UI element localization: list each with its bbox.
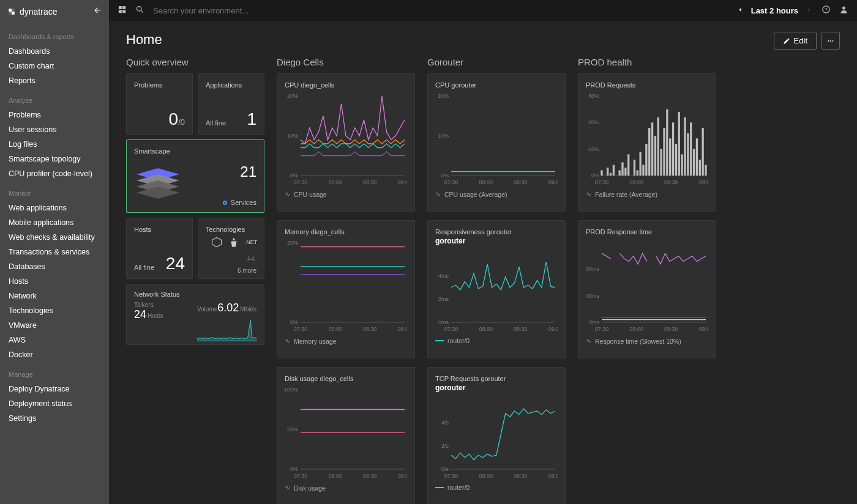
nav-item[interactable]: Databases	[0, 259, 109, 274]
nav-item[interactable]: Network	[0, 289, 109, 303]
time-next-button[interactable]	[806, 5, 813, 16]
tile-problems[interactable]: Problems 0/0	[126, 73, 193, 135]
svg-rect-102	[702, 128, 703, 176]
nav-item[interactable]: Smartscape topology	[0, 152, 109, 166]
more-actions-button[interactable]	[821, 32, 840, 50]
svg-text:?: ?	[825, 7, 827, 12]
svg-rect-94	[678, 112, 680, 176]
svg-text:09:00: 09:00	[699, 326, 708, 332]
svg-rect-71	[610, 173, 612, 176]
time-prev-button[interactable]	[736, 5, 744, 16]
pencil-icon	[783, 37, 790, 45]
tile-hosts[interactable]: Hosts All fine 24	[126, 218, 193, 279]
svg-point-5	[830, 40, 831, 42]
svg-text:20%: 20%	[588, 119, 599, 125]
nav-item[interactable]: Technologies	[0, 303, 109, 318]
tile-network-status[interactable]: Network Status Talkers 24Hosts Volume 6	[126, 284, 264, 345]
collapse-sidebar-button[interactable]	[93, 6, 102, 17]
help-button[interactable]: ?	[821, 5, 831, 17]
tile-prod-response[interactable]: PROD Response time 0ms100ms200ms07:3008:…	[578, 220, 716, 358]
svg-rect-99	[693, 149, 695, 176]
tile-prod-requests[interactable]: PROD Requests 0%10%20%30%07:3008:0008:30…	[578, 73, 716, 212]
chart-title: PROD Response time	[586, 228, 708, 235]
tile-cpu-diego[interactable]: CPU diego_cells 0%10%20%07:3008:0008:300…	[277, 73, 415, 212]
nav-item[interactable]: Docker	[0, 347, 109, 362]
svg-rect-72	[613, 165, 615, 176]
svg-text:20%: 20%	[438, 94, 449, 99]
nav-item[interactable]: VMware	[0, 318, 109, 333]
tile-tcp-gorouter[interactable]: TCP Requests gorouter gorouter 0/s2/s4/s…	[427, 367, 566, 504]
tile-tech-more: 6 more	[206, 267, 256, 274]
svg-text:10%: 10%	[438, 133, 449, 139]
tile-disk-diego[interactable]: Disk usage diego_cells 0%50%100%07:3008:…	[277, 367, 415, 504]
svg-text:07:30: 07:30	[595, 326, 609, 332]
nav-item[interactable]: AWS	[0, 333, 109, 347]
nav-item[interactable]: User sessions	[0, 122, 109, 137]
nav-item[interactable]: Web applications	[0, 201, 109, 215]
line-icon	[285, 190, 290, 198]
svg-point-6	[833, 40, 834, 42]
tile-smartscape-label: Smartscape	[134, 147, 256, 155]
nav-item[interactable]: Log files	[0, 137, 109, 152]
svg-rect-92	[672, 122, 674, 176]
timeframe-selector[interactable]: Last 2 hours	[751, 6, 798, 15]
nav-item[interactable]: CPU profiler (code-level)	[0, 166, 109, 181]
edit-button[interactable]: Edit	[774, 32, 817, 50]
tile-smartscape[interactable]: Smartscape 21 Services	[126, 139, 264, 213]
svg-text:09:00: 09:00	[398, 179, 407, 185]
chart-title: CPU gorouter	[435, 81, 558, 89]
nav-item[interactable]: Web checks & availability	[0, 230, 109, 245]
grid-menu-button[interactable]	[118, 5, 127, 17]
svg-rect-89	[663, 128, 665, 176]
svg-text:30%: 30%	[588, 94, 599, 99]
svg-text:08:00: 08:00	[328, 473, 342, 479]
svg-text:07:30: 07:30	[294, 326, 308, 332]
svg-text:07:30: 07:30	[294, 179, 308, 185]
tile-applications[interactable]: Applications All fine 1	[198, 73, 264, 135]
svg-text:4/s: 4/s	[441, 420, 449, 426]
svg-text:08:00: 08:00	[629, 326, 643, 332]
svg-text:09:00: 09:00	[548, 179, 558, 185]
legend-swatch	[435, 487, 444, 488]
tile-technologies[interactable]: Technologies .NET 6 more	[198, 218, 264, 279]
svg-text:08:00: 08:00	[629, 179, 643, 185]
nav-item[interactable]: Dashboards	[0, 44, 109, 59]
user-menu-button[interactable]	[839, 5, 848, 17]
svg-text:100%: 100%	[285, 387, 298, 393]
search-input[interactable]	[153, 6, 337, 15]
svg-rect-74	[618, 170, 620, 176]
svg-text:08:00: 08:00	[479, 326, 493, 332]
help-icon: ?	[821, 5, 831, 14]
nav-item[interactable]: Hosts	[0, 274, 109, 289]
tile-tech-label: Technologies	[206, 226, 256, 233]
nav-item[interactable]: Deployment status	[0, 396, 109, 411]
brand[interactable]: dynatrace	[7, 7, 57, 17]
chart-title: Disk usage diego_cells	[285, 375, 407, 382]
svg-text:09:00: 09:00	[398, 326, 407, 332]
nav-item[interactable]: Mobile applications	[0, 215, 109, 230]
svg-text:0ms: 0ms	[589, 319, 600, 325]
line-icon	[586, 190, 591, 198]
svg-rect-81	[639, 152, 641, 176]
svg-point-3	[842, 6, 845, 9]
database-icon	[228, 237, 239, 248]
chart-subtitle: gorouter	[435, 384, 558, 392]
tile-mem-diego[interactable]: Memory diego_cells 0%20%07:3008:0008:300…	[277, 220, 415, 358]
nav-item[interactable]: Deploy Dynatrace	[0, 382, 109, 396]
svg-text:09:00: 09:00	[548, 473, 558, 479]
nav-item[interactable]: Transactions & services	[0, 245, 109, 259]
nav-item[interactable]: Settings	[0, 411, 109, 426]
column-quick-overview: Quick overview Problems 0/0 Applications…	[126, 57, 264, 350]
column-gorouter: Gorouter CPU gorouter 0%10%20%07:3008:00…	[427, 57, 566, 504]
svg-rect-70	[607, 168, 608, 176]
tomcat-icon	[245, 254, 256, 265]
tile-cpu-gorouter[interactable]: CPU gorouter 0%10%20%07:3008:0008:3009:0…	[427, 73, 566, 212]
svg-text:08:30: 08:30	[514, 326, 528, 332]
nav-item[interactable]: Custom chart	[0, 59, 109, 73]
nav-item[interactable]: Reports	[0, 73, 109, 88]
svg-rect-91	[669, 138, 671, 176]
search-button[interactable]	[135, 5, 144, 17]
svg-text:08:00: 08:00	[479, 473, 493, 479]
tile-resp-gorouter[interactable]: Responsiveness gorouter gorouter 0ms2ms4…	[427, 220, 566, 358]
nav-item[interactable]: Problems	[0, 108, 109, 122]
